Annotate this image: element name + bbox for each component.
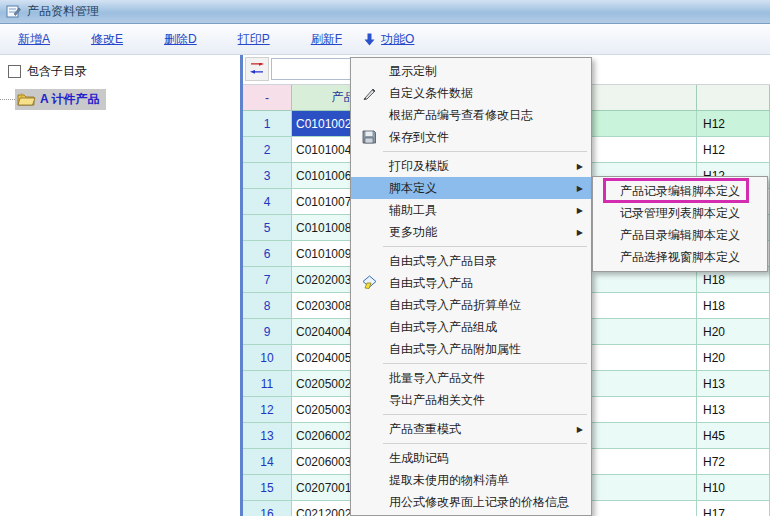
menu-item-modify-price-by-formula[interactable]: 用公式修改界面上记录的价格信息 xyxy=(351,491,591,513)
menu-item-save-to-file[interactable]: 保存到文件 xyxy=(351,126,591,148)
row-index-cell[interactable]: 2 xyxy=(243,137,292,163)
spec-cell[interactable]: H45 xyxy=(697,423,770,449)
menu-item-label: 批量导入产品文件 xyxy=(389,370,485,387)
menu-item-label: 自由式导入产品附加属性 xyxy=(389,341,521,358)
checkbox-label: 包含子目录 xyxy=(27,63,87,80)
delete-button[interactable]: 删除D xyxy=(164,31,197,48)
submenu-arrow-icon: ▶ xyxy=(577,425,583,434)
menu-item-print-and-template[interactable]: 打印及模版 ▶ xyxy=(351,155,591,177)
tree-connector-line xyxy=(0,99,15,100)
menu-item-free-import-conversion-unit[interactable]: 自由式导入产品折算单位 xyxy=(351,294,591,316)
menu-item-label: 导出产品相关文件 xyxy=(389,392,485,409)
spec-column-header[interactable] xyxy=(697,85,770,111)
row-index-cell[interactable]: 10 xyxy=(243,345,292,371)
menu-item-label: 自由式导入产品折算单位 xyxy=(389,297,521,314)
row-index-cell[interactable]: 15 xyxy=(243,475,292,501)
menu-item-label: 脚本定义 xyxy=(389,180,437,197)
menu-item-duplicate-check-mode[interactable]: 产品查重模式 ▶ xyxy=(351,418,591,440)
menu-item-label: 打印及模版 xyxy=(389,158,449,175)
title-bar: 产品资料管理 xyxy=(0,0,770,24)
spec-cell[interactable]: H13 xyxy=(697,397,770,423)
menu-item-free-import-catalog[interactable]: 自由式导入产品目录 xyxy=(351,250,591,272)
spec-cell[interactable]: H17 xyxy=(697,501,770,516)
spec-cell[interactable]: H12 xyxy=(697,111,770,137)
add-button[interactable]: 新增A xyxy=(18,31,50,48)
menu-item-view-modify-log[interactable]: 根据产品编号查看修改日志 xyxy=(351,104,591,126)
submenu-item-product-record-edit-script[interactable]: 产品记录编辑脚本定义 xyxy=(593,180,767,202)
window-title: 产品资料管理 xyxy=(27,3,99,20)
menu-item-extract-unused-bom[interactable]: 提取未使用的物料清单 xyxy=(351,469,591,491)
submenu-item-label: 产品选择视窗脚本定义 xyxy=(620,249,740,266)
menu-item-free-import-product[interactable]: 自由式导入产品 xyxy=(351,272,591,294)
menu-item-display-customize[interactable]: 显示定制 xyxy=(351,60,591,82)
modify-button[interactable]: 修改E xyxy=(91,31,123,48)
tree-item-piecework-products[interactable]: A 计件产品 xyxy=(0,88,106,110)
menu-item-label: 自由式导入产品目录 xyxy=(389,253,497,270)
row-index-cell[interactable]: 1 xyxy=(243,111,292,137)
include-subdirectories-checkbox[interactable]: 包含子目录 xyxy=(8,63,87,80)
menu-item-label: 保存到文件 xyxy=(389,129,449,146)
row-index-cell[interactable]: 9 xyxy=(243,319,292,345)
menu-item-label: 自由式导入产品组成 xyxy=(389,319,497,336)
spec-cell[interactable]: H18 xyxy=(697,293,770,319)
row-index-cell[interactable]: 16 xyxy=(243,501,292,516)
row-index-cell[interactable]: 8 xyxy=(243,293,292,319)
menu-item-label: 根据产品编号查看修改日志 xyxy=(389,107,533,124)
row-index-cell[interactable]: 7 xyxy=(243,267,292,293)
print-button[interactable]: 打印P xyxy=(238,31,270,48)
row-index-cell[interactable]: 14 xyxy=(243,449,292,475)
save-icon xyxy=(358,128,380,146)
corner-header[interactable]: - xyxy=(243,85,292,111)
row-index-cell[interactable]: 3 xyxy=(243,163,292,189)
menu-item-more-functions[interactable]: 更多功能 ▶ xyxy=(351,221,591,243)
menu-item-label: 自由式导入产品 xyxy=(389,275,473,292)
spec-cell[interactable]: H10 xyxy=(697,475,770,501)
toolbar: 新增A 修改E 删除D 打印P 刷新F 功能O xyxy=(0,24,770,55)
submenu-arrow-icon: ▶ xyxy=(577,162,583,171)
row-index-cell[interactable]: 11 xyxy=(243,371,292,397)
double-arrow-icon xyxy=(249,63,265,75)
pen-icon xyxy=(358,84,380,102)
spec-cell[interactable]: H72 xyxy=(697,449,770,475)
menu-item-auxiliary-tools[interactable]: 辅助工具 ▶ xyxy=(351,199,591,221)
open-folder-icon xyxy=(17,92,36,106)
function-menu-label: 功能O xyxy=(381,31,414,48)
menu-item-label: 提取未使用的物料清单 xyxy=(389,472,509,489)
row-index-cell[interactable]: 13 xyxy=(243,423,292,449)
submenu-item-selection-window-script[interactable]: 产品选择视窗脚本定义 xyxy=(593,246,767,268)
spec-cell[interactable]: H13 xyxy=(697,371,770,397)
spec-cell[interactable]: H20 xyxy=(697,319,770,345)
menu-item-free-import-extra-attributes[interactable]: 自由式导入产品附加属性 xyxy=(351,338,591,360)
spec-cell[interactable]: H20 xyxy=(697,345,770,371)
script-definition-submenu: 产品记录编辑脚本定义 记录管理列表脚本定义 产品目录编辑脚本定义 产品选择视窗脚… xyxy=(592,176,768,272)
fit-columns-icon[interactable] xyxy=(245,57,269,81)
refresh-button[interactable]: 刷新F xyxy=(311,31,342,48)
menu-item-label: 自定义条件数据 xyxy=(389,85,473,102)
menu-item-export-related-files[interactable]: 导出产品相关文件 xyxy=(351,389,591,411)
submenu-arrow-icon: ▶ xyxy=(577,228,583,237)
row-index-cell[interactable]: 6 xyxy=(243,241,292,267)
menu-item-custom-condition-data[interactable]: 自定义条件数据 xyxy=(351,82,591,104)
checkbox-box[interactable] xyxy=(8,65,21,78)
menu-separator xyxy=(383,414,587,415)
submenu-item-catalog-edit-script[interactable]: 产品目录编辑脚本定义 xyxy=(593,224,767,246)
menu-item-generate-mnemonic-code[interactable]: 生成助记码 xyxy=(351,447,591,469)
menu-separator xyxy=(383,363,587,364)
submenu-item-label: 产品目录编辑脚本定义 xyxy=(620,227,740,244)
row-index-cell[interactable]: 4 xyxy=(243,189,292,215)
submenu-item-label: 记录管理列表脚本定义 xyxy=(620,205,740,222)
row-index-cell[interactable]: 5 xyxy=(243,215,292,241)
menu-item-script-definition[interactable]: 脚本定义 ▶ xyxy=(351,177,591,199)
submenu-arrow-icon: ▶ xyxy=(577,184,583,193)
menu-item-batch-import-files[interactable]: 批量导入产品文件 xyxy=(351,367,591,389)
menu-item-label: 生成助记码 xyxy=(389,450,449,467)
function-dropdown-menu: 显示定制 自定义条件数据 根据产品编号查看修改日志 保存到文件 打印及模版 ▶ … xyxy=(350,57,592,516)
menu-item-label: 显示定制 xyxy=(389,63,437,80)
row-index-cell[interactable]: 12 xyxy=(243,397,292,423)
submenu-item-record-list-script[interactable]: 记录管理列表脚本定义 xyxy=(593,202,767,224)
menu-item-free-import-composition[interactable]: 自由式导入产品组成 xyxy=(351,316,591,338)
tree-item-label: A 计件产品 xyxy=(40,91,100,108)
function-menu-button[interactable]: 功能O xyxy=(364,31,414,48)
spec-cell[interactable]: H12 xyxy=(697,137,770,163)
menu-item-label: 辅助工具 xyxy=(389,202,437,219)
